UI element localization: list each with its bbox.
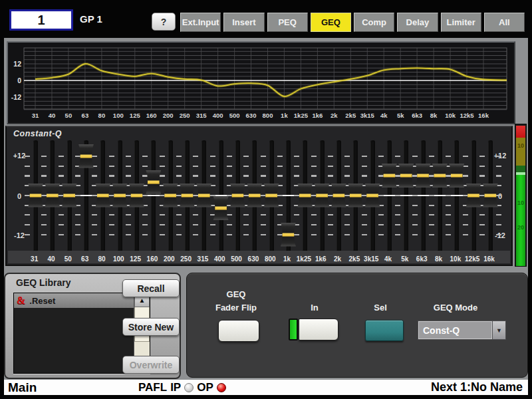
tab-all[interactable]: All bbox=[484, 13, 525, 32]
fader-tick-marks bbox=[160, 156, 165, 236]
fader-cap[interactable] bbox=[95, 184, 110, 207]
fader-cap[interactable] bbox=[247, 184, 262, 207]
fader-cap[interactable] bbox=[449, 164, 464, 188]
status-next-channel: Next 1:No Name bbox=[431, 380, 523, 394]
tab-delay[interactable]: Delay bbox=[397, 13, 438, 32]
band-freq-label: 1k25 bbox=[295, 255, 312, 263]
geq-mode-dropdown-arrow[interactable]: ▼ bbox=[493, 321, 506, 340]
band-freq-label: 6k3 bbox=[414, 255, 430, 263]
fader-cap[interactable] bbox=[416, 164, 431, 188]
band-freq-label: 400 bbox=[211, 255, 228, 263]
svg-text:31: 31 bbox=[32, 112, 39, 119]
fader-cap[interactable] bbox=[315, 184, 330, 207]
geq-mode-dropdown[interactable]: Const-Q bbox=[418, 321, 493, 340]
svg-text:800: 800 bbox=[263, 112, 273, 119]
tab-ext-input[interactable]: Ext.Input bbox=[180, 13, 221, 32]
fader-cap[interactable] bbox=[163, 184, 178, 207]
fader-cap[interactable] bbox=[348, 184, 363, 207]
fader-cap[interactable] bbox=[382, 164, 397, 188]
svg-text:0: 0 bbox=[17, 76, 21, 84]
geq-fader-16k[interactable] bbox=[482, 140, 499, 252]
band-freq-label: 63 bbox=[76, 255, 93, 263]
fader-cap[interactable] bbox=[129, 184, 144, 207]
band-frequency-labels: 3140506380100125160200250315400500630800… bbox=[26, 255, 497, 263]
fader-flip-button[interactable] bbox=[218, 320, 259, 342]
fader-track bbox=[151, 140, 156, 252]
geq-control-panel: GEQ Fader Flip In Sel GEQ Mode Const-Q ▼ bbox=[186, 273, 528, 378]
in-button[interactable] bbox=[299, 319, 338, 340]
fader-tick-marks bbox=[243, 156, 249, 236]
fader-tick-marks bbox=[126, 156, 131, 236]
tab-comp[interactable]: Comp bbox=[354, 13, 394, 32]
fader-bank bbox=[27, 140, 499, 252]
store-new-button[interactable]: Store New bbox=[122, 318, 180, 336]
recall-button[interactable]: Recall bbox=[122, 279, 180, 297]
top-bar: 1 GP 1 ? Ext.InputInsertPEQGEQCompDelayL… bbox=[0, 0, 532, 38]
svg-text:1k: 1k bbox=[281, 112, 288, 119]
svg-text:80: 80 bbox=[98, 112, 106, 119]
band-freq-label: 100 bbox=[110, 255, 127, 263]
fader-cap[interactable] bbox=[297, 184, 313, 207]
fader-cap[interactable] bbox=[466, 184, 481, 207]
fader-cap-line bbox=[383, 174, 396, 178]
fader-tick-marks bbox=[176, 156, 182, 236]
library-item-label: .Reset bbox=[29, 296, 55, 306]
library-item[interactable]: &.Reset bbox=[14, 293, 134, 308]
fader-cap[interactable] bbox=[28, 184, 43, 207]
fader-cap[interactable] bbox=[483, 184, 498, 207]
sel-label: Sel bbox=[374, 303, 387, 313]
overwrite-button[interactable]: Overwrite bbox=[122, 356, 180, 374]
fader-cap[interactable] bbox=[281, 223, 296, 247]
svg-text:5k: 5k bbox=[397, 112, 404, 119]
band-freq-label: 3k15 bbox=[363, 255, 380, 263]
fader-cap[interactable] bbox=[213, 196, 229, 220]
fader-cap[interactable] bbox=[331, 184, 346, 207]
svg-text:500: 500 bbox=[229, 112, 240, 119]
fader-cap[interactable] bbox=[264, 184, 279, 207]
fader-cap[interactable] bbox=[78, 144, 94, 168]
svg-text:6k3: 6k3 bbox=[412, 112, 422, 119]
band-freq-label: 2k5 bbox=[346, 255, 362, 263]
fader-track bbox=[454, 140, 459, 252]
fader-cap[interactable] bbox=[398, 164, 414, 188]
help-button[interactable]: ? bbox=[152, 13, 176, 31]
fader-tick-marks bbox=[193, 156, 198, 236]
geq-mode-label: GEQ Mode bbox=[434, 303, 477, 313]
band-freq-label: 5k bbox=[396, 255, 413, 263]
sel-button[interactable] bbox=[365, 320, 404, 341]
fader-cap-line bbox=[214, 207, 227, 210]
tab-limiter[interactable]: Limiter bbox=[441, 13, 481, 32]
fader-cap[interactable] bbox=[230, 184, 245, 207]
fader-cap-line bbox=[366, 194, 379, 197]
tab-peq[interactable]: PEQ bbox=[267, 13, 308, 32]
fader-cap-line bbox=[349, 194, 362, 197]
band-freq-label: 2k bbox=[329, 255, 346, 263]
fader-cap-line bbox=[450, 174, 464, 178]
ip-label: IP bbox=[170, 381, 181, 394]
band-freq-label: 8k bbox=[430, 255, 447, 263]
fader-cap[interactable] bbox=[112, 184, 128, 207]
fader-cap[interactable] bbox=[45, 184, 60, 207]
tab-insert[interactable]: Insert bbox=[223, 13, 264, 32]
fader-cap-line bbox=[433, 174, 446, 178]
channel-name: GP 1 bbox=[80, 13, 102, 25]
fader-cap[interactable] bbox=[180, 184, 195, 207]
pafl-indicators: PAFL IP OP bbox=[138, 381, 226, 394]
fader-cap-line bbox=[400, 174, 413, 178]
fader-cap-line bbox=[248, 194, 261, 197]
fader-cap[interactable] bbox=[196, 184, 211, 207]
library-list[interactable]: &.Reset bbox=[14, 293, 134, 373]
fader-cap[interactable] bbox=[62, 184, 77, 207]
tab-geq[interactable]: GEQ bbox=[311, 13, 351, 32]
band-freq-label: 31 bbox=[26, 255, 43, 263]
fader-cap[interactable] bbox=[432, 164, 448, 188]
svg-text:12: 12 bbox=[13, 60, 21, 68]
fader-flip-label-line1: GEQ bbox=[227, 289, 246, 299]
fader-tick-marks bbox=[344, 156, 350, 236]
svg-text:2k5: 2k5 bbox=[345, 112, 356, 119]
fader-cap[interactable] bbox=[365, 184, 380, 207]
svg-text:63: 63 bbox=[82, 112, 89, 119]
meter-scale-10-upper: 10 bbox=[515, 142, 526, 149]
fader-cap[interactable] bbox=[146, 170, 161, 194]
svg-text:315: 315 bbox=[196, 112, 207, 119]
